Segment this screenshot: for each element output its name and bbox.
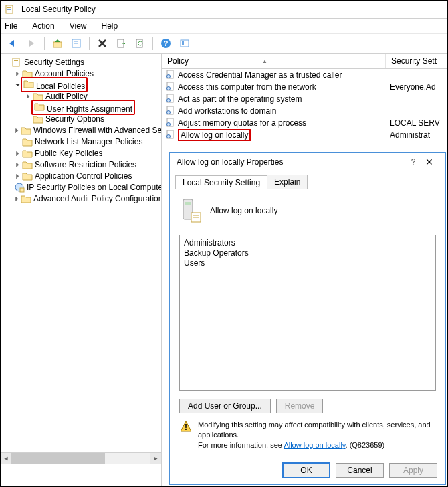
dialog-titlebar[interactable]: Allow log on locally Properties ? ✕ [170,153,445,171]
tree-footer [1,464,161,487]
window-title: Local Security Policy [21,5,96,14]
tree-item[interactable]: ⏵Windows Firewall with Advanced Secu [1,124,161,136]
policy-icon [166,94,175,105]
svg-point-28 [167,134,171,138]
chevron-right-icon[interactable]: ⏵ [25,92,33,100]
menu-help[interactable]: Help [100,20,120,32]
svg-rect-3 [53,42,62,47]
policy-row[interactable]: Access Credential Manager as a trusted c… [162,69,447,81]
folder-icon [34,101,45,112]
export-button[interactable] [113,35,129,52]
ok-button[interactable]: OK [282,462,330,478]
tree-item[interactable]: ⏵Public Key Policies [1,147,161,159]
policy-row[interactable]: Access this computer from the networkEve… [162,81,447,93]
menubar: File Action View Help [1,19,447,34]
policy-row[interactable]: Adjust memory quotas for a processLOCAL … [162,117,447,129]
cancel-button[interactable]: Cancel [336,463,384,478]
help-link[interactable]: Allow log on locally [284,441,345,449]
folder-icon [21,193,31,204]
dialog-tabs: Local Security Setting Explain [170,174,445,189]
tab-local-security-setting[interactable]: Local Security Setting [175,175,267,189]
svg-point-18 [167,74,171,78]
toolbar: ? [1,34,447,54]
tab-explain[interactable]: Explain [267,175,308,189]
server-icon [179,197,202,225]
add-user-or-group-button[interactable]: Add User or Group... [179,399,271,413]
chevron-right-icon[interactable]: ⏵ [14,172,22,179]
dialog-title: Allow log on locally Properties [177,157,283,167]
policy-row[interactable]: Add workstations to domain [162,105,447,117]
member-item[interactable]: Users [184,258,431,268]
dialog-button-row: OK Cancel Apply [170,456,445,484]
svg-point-20 [167,86,171,90]
refresh-button[interactable] [132,35,148,52]
tree-item[interactable]: Security Options [1,113,161,124]
folder-icon [22,148,33,159]
chevron-right-icon[interactable]: ⏵ [14,126,21,134]
tree-item[interactable]: ⏵Application Control Policies [1,170,161,181]
list-header[interactable]: Policy▲ Security Sett [162,54,447,69]
policy-icon [166,82,175,93]
column-security[interactable]: Security Sett [386,54,447,68]
warning-icon: ! [179,420,193,450]
chevron-right-icon[interactable]: ⏵ [14,161,22,168]
policy-root-icon [11,57,22,68]
main-window: Local Security Policy File Action View H… [0,0,448,487]
policy-icon [166,70,175,81]
menu-file[interactable]: File [3,20,19,32]
chevron-right-icon[interactable]: ⏵ [14,149,22,157]
column-policy: Policy▲ [162,54,386,68]
svg-rect-12 [182,41,184,45]
svg-point-26 [167,122,171,126]
help-button[interactable]: ? [158,35,174,52]
svg-rect-16 [20,188,24,192]
up-button[interactable] [49,35,66,52]
tree-pane: Security Settings⏵Account Policies⏷Local… [1,54,162,487]
members-list[interactable]: AdministratorsBackup OperatorsUsers [179,235,436,391]
delete-button[interactable] [94,35,110,52]
policy-name: Allow log on locally [210,206,277,215]
warning-note: ! Modifying this setting may affect comp… [179,420,436,450]
svg-rect-14 [14,60,18,61]
svg-rect-11 [181,40,189,47]
tree[interactable]: Security Settings⏵Account Policies⏷Local… [1,54,161,452]
policy-row[interactable]: Allow log on locallyAdministrat [162,129,447,141]
apply-button: Apply [389,463,437,478]
folder-icon [21,125,31,136]
back-button[interactable] [5,35,21,52]
tree-horizontal-scrollbar[interactable]: ◄► [1,452,161,464]
menu-view[interactable]: View [68,20,88,32]
forward-button[interactable] [23,35,39,52]
tree-item[interactable]: IP Security Policies on Local Compute [1,181,161,193]
policy-row[interactable]: Act as part of the operating system [162,93,447,105]
member-item[interactable]: Administrators [184,238,431,248]
policy-icon [166,106,175,117]
chevron-right-icon[interactable]: ⏵ [14,195,21,202]
folder-icon [33,114,43,124]
folder-icon [22,136,33,147]
tree-item[interactable]: ⏵Advanced Audit Policy Configuration [1,193,161,204]
folder-icon [23,78,34,89]
tree-item[interactable]: User Rights Assignment [1,102,161,113]
menu-action[interactable]: Action [31,20,55,32]
svg-rect-13 [13,58,19,66]
tree-item[interactable]: ⏵Software Restriction Policies [1,159,161,170]
dialog-help-button[interactable]: ? [407,157,420,167]
chevron-right-icon[interactable]: ⏵ [14,70,22,77]
policy-icon [166,130,175,141]
svg-point-24 [167,110,171,114]
tree-item[interactable]: Network List Manager Policies [1,136,161,147]
svg-rect-1 [7,7,11,8]
svg-text:!: ! [185,423,187,432]
dialog-close-button[interactable]: ✕ [420,157,439,167]
tree-item[interactable]: ⏷Local Policies [1,79,161,90]
folder-icon [14,182,25,193]
tree-root-label[interactable]: Security Settings [24,58,84,67]
properties-dialog: Allow log on locally Properties ? ✕ Loca… [169,152,446,485]
settings-button[interactable] [177,35,193,52]
titlebar: Local Security Policy [1,1,447,19]
app-icon [5,4,15,15]
member-item[interactable]: Backup Operators [184,248,431,258]
properties-button[interactable] [68,35,84,52]
folder-icon [22,159,33,170]
